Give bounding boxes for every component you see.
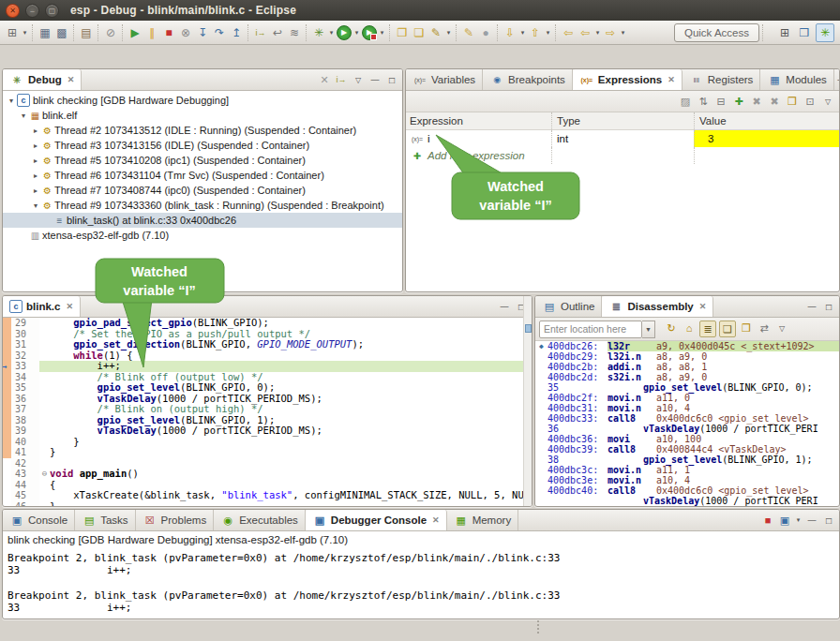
open-perspective-icon[interactable]: ⊞ bbox=[776, 24, 793, 41]
tree-expander-icon[interactable]: ▸ bbox=[31, 127, 40, 135]
close-icon[interactable]: ✕ bbox=[68, 75, 75, 84]
remove-expression-icon[interactable]: ✖ bbox=[749, 94, 764, 109]
column-value[interactable]: Value bbox=[694, 112, 839, 129]
remove-all-terminated-icon[interactable]: ✕ bbox=[317, 72, 332, 87]
previous-annotation-icon[interactable]: ⇧ bbox=[527, 24, 544, 41]
toggle-track-expression-icon[interactable]: ≣ bbox=[699, 320, 716, 337]
view-menu-icon[interactable]: ▽ bbox=[774, 320, 789, 335]
debug-menu-icon[interactable]: ✳ bbox=[310, 24, 327, 41]
tab-variables[interactable]: (x)=Variables bbox=[406, 69, 483, 90]
annotation-ruler[interactable] bbox=[3, 404, 11, 415]
annotation-ruler[interactable] bbox=[3, 425, 11, 437]
new-view-icon[interactable]: ❒ bbox=[785, 94, 800, 109]
maximize-icon[interactable]: □ bbox=[384, 72, 399, 87]
step-into-icon[interactable]: ↧ bbox=[194, 24, 211, 41]
annotation-ruler[interactable] bbox=[3, 469, 11, 480]
instruction-pointer-icon[interactable]: → bbox=[3, 361, 11, 372]
debug-tree-item[interactable]: ▾▦blink.elf bbox=[3, 108, 402, 123]
annotation-ruler[interactable] bbox=[3, 350, 11, 362]
overview-annotation-marker[interactable] bbox=[525, 324, 532, 333]
tab-debug[interactable]: ✳ Debug ✕ bbox=[3, 69, 82, 90]
quick-access-button[interactable]: Quick Access bbox=[674, 23, 759, 42]
new-search-icon[interactable]: ✎ bbox=[428, 24, 444, 41]
annotation-ruler[interactable] bbox=[3, 458, 11, 470]
tree-expander-icon[interactable]: ▸ bbox=[31, 186, 40, 195]
tree-expander-icon[interactable]: ▸ bbox=[31, 171, 40, 180]
annotation-ruler[interactable] bbox=[3, 501, 11, 508]
link-editor-icon[interactable]: ⇄ bbox=[757, 320, 772, 335]
open-element-icon[interactable]: ❐ bbox=[394, 24, 411, 41]
save-icon[interactable]: ▦ bbox=[37, 24, 53, 41]
debug-tree-item[interactable]: ▸⚙Thread #7 1073408744 (ipc0) (Suspended… bbox=[3, 183, 402, 198]
annotation-ruler[interactable] bbox=[3, 339, 11, 350]
dropdown-icon[interactable]: ▾ bbox=[518, 24, 527, 41]
annotation-ruler[interactable] bbox=[3, 329, 11, 340]
dropdown-icon[interactable]: ▾ bbox=[21, 24, 29, 41]
debug-tree-item[interactable]: ▸⚙Thread #2 1073413512 (IDLE : Running) … bbox=[3, 123, 402, 138]
open-resource-icon[interactable]: ❏ bbox=[411, 24, 428, 41]
debug-tree-item[interactable]: ▾⚙Thread #9 1073433360 (blink_task : Run… bbox=[3, 198, 402, 213]
tab-expressions[interactable]: (x)=Expressions✕ bbox=[573, 69, 682, 90]
tab-outline[interactable]: ▤Outline bbox=[535, 296, 602, 317]
window-minimize-button[interactable]: – bbox=[25, 4, 39, 18]
show-type-names-icon[interactable]: ▨ bbox=[678, 94, 693, 109]
home-icon[interactable]: ⌂ bbox=[682, 320, 697, 335]
instruction-stepping-icon[interactable]: i→ bbox=[334, 72, 349, 87]
add-expression-icon[interactable]: ✚ bbox=[731, 94, 746, 109]
remove-all-expressions-icon[interactable]: ✖ bbox=[767, 94, 782, 109]
last-edit-location-icon[interactable]: ⇦ bbox=[560, 24, 577, 41]
run-menu-icon[interactable]: ▶ bbox=[336, 24, 352, 41]
step-return-icon[interactable]: ↥ bbox=[228, 24, 245, 41]
annotation-ruler[interactable] bbox=[3, 372, 11, 383]
annotation-ruler[interactable] bbox=[3, 382, 11, 394]
tree-expander-icon[interactable]: ▾ bbox=[31, 201, 40, 210]
tab-tasks[interactable]: ▤Tasks bbox=[75, 510, 135, 530]
new-view-icon[interactable]: ❒ bbox=[739, 320, 754, 335]
disconnect-icon[interactable]: ⊗ bbox=[177, 24, 194, 41]
dropdown-icon[interactable]: ▾ bbox=[444, 24, 453, 41]
debug-launch-tree[interactable]: ▾cblink checking [GDB Hardware Debugging… bbox=[3, 91, 402, 243]
annotation-ruler[interactable] bbox=[3, 480, 11, 491]
tree-expander-icon[interactable]: ▸ bbox=[31, 157, 40, 165]
dropdown-icon[interactable]: ▾ bbox=[794, 512, 802, 529]
world-orb-icon[interactable]: ● bbox=[477, 24, 494, 41]
terminate-console-icon[interactable]: ■ bbox=[760, 513, 775, 528]
dropdown-icon[interactable]: ▾ bbox=[327, 24, 336, 41]
combo-dropdown-icon[interactable]: ▼ bbox=[642, 320, 655, 338]
refresh-icon[interactable]: ↻ bbox=[664, 320, 679, 335]
instruction-stepping-icon[interactable]: i→ bbox=[252, 24, 269, 41]
minimize-icon[interactable]: — bbox=[834, 72, 840, 87]
drop-to-frame-icon[interactable]: ↩ bbox=[269, 24, 286, 41]
annotation-ruler[interactable] bbox=[3, 447, 11, 458]
tab-debugger-console[interactable]: ▣Debugger Console✕ bbox=[306, 510, 447, 530]
sort-expressions-icon[interactable]: ⇅ bbox=[696, 94, 711, 109]
forward-icon[interactable]: ⇨ bbox=[602, 24, 619, 41]
tab-blink-c[interactable]: c blink.c ✕ bbox=[3, 296, 81, 317]
debug-tree-item[interactable]: ▥xtensa-esp32-elf-gdb (7.10) bbox=[3, 228, 402, 243]
mark-occurrences-icon[interactable]: ✎ bbox=[460, 24, 477, 41]
location-combo[interactable]: Enter location here bbox=[539, 320, 642, 338]
close-icon[interactable]: ✕ bbox=[66, 302, 73, 311]
tree-expander-icon[interactable]: ▾ bbox=[19, 112, 28, 120]
tree-expander-icon[interactable]: ▾ bbox=[7, 97, 16, 105]
debug-tree-item[interactable]: ≡blink_task() at blink.c:33 0x400dbc26 bbox=[3, 213, 402, 228]
view-menu-icon[interactable]: ▽ bbox=[351, 72, 366, 87]
annotation-ruler[interactable] bbox=[3, 318, 11, 329]
code-editor-area[interactable]: 29 gpio_pad_select_gpio(BLINK_GPIO);30 /… bbox=[3, 318, 532, 507]
cpp-perspective-icon[interactable]: ❒ bbox=[796, 24, 813, 41]
column-expression[interactable]: Expression bbox=[406, 115, 551, 127]
close-icon[interactable]: ✕ bbox=[699, 302, 707, 311]
tab-breakpoints[interactable]: ◉Breakpoints bbox=[483, 69, 573, 90]
dropdown-icon[interactable]: ▾ bbox=[593, 24, 602, 41]
editor-overview-ruler[interactable] bbox=[523, 296, 532, 506]
tab-problems[interactable]: ☒Problems bbox=[136, 510, 215, 530]
toggle-sync-icon[interactable]: ❏ bbox=[719, 320, 736, 337]
debug-tree-item[interactable]: ▸⚙Thread #6 1073431104 (Tmr Svc) (Suspen… bbox=[3, 168, 402, 183]
debug-tree-item[interactable]: ▸⚙Thread #5 1073410208 (ipc1) (Suspended… bbox=[3, 153, 402, 168]
window-close-button[interactable]: ✕ bbox=[6, 4, 20, 18]
window-maximize-button[interactable]: ▢ bbox=[45, 4, 59, 18]
annotation-ruler[interactable] bbox=[3, 437, 11, 448]
disassembly-listing[interactable]: ◆400dbc26:l32ra9, 0x400d045c <_stext+109… bbox=[535, 341, 839, 506]
annotation-ruler[interactable] bbox=[3, 394, 11, 405]
minimize-icon[interactable]: — bbox=[804, 513, 819, 528]
